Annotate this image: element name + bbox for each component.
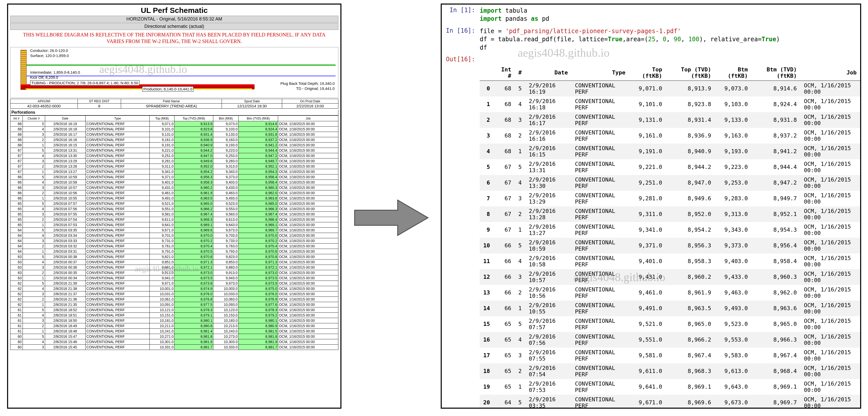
df-cell: OCM, 1/16/2015 00:00	[800, 300, 860, 316]
perf-cell: 1	[23, 276, 45, 281]
df-header-cell: Int #	[494, 65, 515, 81]
lbl-surface: Surface; 120.0-1,859.0	[30, 54, 69, 58]
df-index-cell: 4	[480, 143, 494, 159]
df-cell: 68	[494, 143, 515, 159]
df-cell: 66	[494, 269, 515, 285]
df-cell: 8,966.3	[751, 332, 800, 348]
df-cell: 2/9/2016 10:58	[525, 253, 571, 269]
perf-cell: 61	[10, 313, 23, 318]
perf-row: 6042/8/2016 15:46CONVENTIONAL PERF10,301…	[10, 339, 338, 345]
perf-cell: 8,914.6	[239, 121, 278, 127]
perf-cell: 9,883.0	[213, 265, 239, 270]
perf-row: 6152/8/2016 18:52CONVENTIONAL PERF10,121…	[10, 308, 338, 313]
df-index-cell: 2	[480, 112, 494, 128]
nb-cell-1: In [1]: import tabula import pandas as p…	[442, 5, 860, 25]
perf-cell: CONVENTIONAL PERF	[86, 153, 150, 159]
perf-cell: 9,431.0	[150, 185, 175, 190]
perf-row: 6232/8/2016 21:37CONVENTIONAL PERF10,031…	[10, 291, 338, 297]
df-cell: 9,373.0	[715, 238, 751, 253]
nb-code-1[interactable]: import tabula import pandas as pd	[480, 7, 549, 23]
perf-cell: 10,063.0	[213, 297, 239, 302]
perf-cell: 8,972.1	[175, 265, 213, 270]
perf-cell: OCM, 1/16/2015 00:00	[278, 259, 338, 265]
perf-cell: 10,093.0	[213, 302, 239, 308]
perf-cell: 66	[10, 180, 23, 185]
perf-cell: CONVENTIONAL PERF	[86, 127, 150, 132]
perf-cell: 2/8/2016 15:45	[45, 345, 86, 350]
perf-row: 6332/9/2016 00:36CONVENTIONAL PERF9,881.…	[10, 265, 338, 270]
perf-cell: 67	[10, 153, 23, 159]
df-cell: 9,611.0	[629, 363, 665, 379]
df-cell: 8,952.1	[751, 206, 800, 222]
lbl-conductor: Conductor; 26.0-120.0	[30, 49, 68, 53]
df-cell: 9,131.0	[629, 112, 665, 128]
perf-cell: 9,941.0	[150, 276, 175, 281]
perf-cell: CONVENTIONAL PERF	[86, 164, 150, 169]
perf-cell: 8,970.2	[239, 238, 278, 244]
perf-cell: 9,193.0	[213, 142, 239, 148]
perf-cell: CONVENTIONAL PERF	[86, 206, 150, 212]
df-header-cell: Job	[800, 65, 860, 81]
perf-cell: CONVENTIONAL PERF	[86, 185, 150, 190]
perf-row: 6512/9/2016 07:53CONVENTIONAL PERF9,641.…	[10, 222, 338, 228]
perf-cell: 2/9/2016 16:16	[45, 137, 86, 142]
df-cell: 67	[494, 191, 515, 206]
perf-cell: 1	[23, 249, 45, 254]
perf-cell: 8,969.7	[239, 228, 278, 233]
perf-cell: 8,978.3	[239, 308, 278, 313]
perf-cell: 2/9/2016 07:57	[45, 201, 86, 206]
perf-cell: CONVENTIONAL PERF	[86, 228, 150, 233]
perf-cell: OCM, 1/16/2015 00:00	[278, 281, 338, 286]
df-index-cell: 13	[480, 285, 494, 300]
lbl-td: TD - Original; 19,441.0	[296, 86, 335, 91]
perf-cell: 1	[23, 196, 45, 201]
nb-code-16[interactable]: file = 'pdf_parsing/lattice-pioneer-surv…	[480, 27, 780, 52]
df-row: 206452/9/2016 03:35CONVENTIONAL PERF9,67…	[480, 395, 860, 409]
df-cell: 4	[515, 175, 525, 191]
perf-cell: 8,949.7	[239, 159, 278, 164]
perf-cell: 3	[23, 185, 45, 190]
df-cell: OCM, 1/16/2015 00:00	[800, 128, 860, 143]
df-cell: 8,960.2	[665, 269, 714, 285]
perf-cell: 9,253.0	[213, 153, 239, 159]
perf-cell: 64	[10, 249, 23, 254]
df-cell: 8,931.4	[665, 112, 714, 128]
df-cell: 8,965.0	[665, 316, 714, 332]
perf-cell: 8,965.0	[175, 201, 213, 206]
perf-cell: 2/9/2016 00:34	[45, 276, 86, 281]
perf-cell: 62	[10, 291, 23, 297]
perf-cell: 9,161.0	[150, 137, 175, 142]
df-row: 26832/9/2016 16:17CONVENTIONAL PERF9,131…	[480, 112, 860, 128]
perf-cell: 1	[23, 329, 45, 334]
perf-cell: 9,101.0	[150, 127, 175, 132]
perf-cell: CONVENTIONAL PERF	[86, 323, 150, 329]
df-cell: 8,931.8	[751, 112, 800, 128]
df-cell: 9,313.0	[715, 206, 751, 222]
df-cell: CONVENTIONAL PERF	[571, 81, 629, 96]
df-cell: 8,961.9	[665, 285, 714, 300]
perf-row: 6832/9/2016 16:17CONVENTIONAL PERF9,131.…	[10, 132, 338, 137]
perf-cell: 62	[10, 281, 23, 286]
df-cell: CONVENTIONAL PERF	[571, 222, 629, 238]
perf-cell: 9,733.0	[213, 238, 239, 244]
df-cell: 8,947.2	[751, 175, 800, 191]
df-cell: 3	[515, 112, 525, 128]
perf-header-cell: Top (TVD) (ftKB)	[175, 116, 213, 121]
perf-cell: 9,163.0	[213, 137, 239, 142]
df-cell: 67	[494, 175, 515, 191]
perf-cell: 9,641.0	[150, 222, 175, 228]
perf-cell: 8,923.8	[175, 127, 213, 132]
perf-cell: OCM, 1/16/2015 00:00	[278, 276, 338, 281]
perf-cell: 8,977.5	[175, 302, 213, 308]
perf-cell: CONVENTIONAL PERF	[86, 148, 150, 153]
perf-cell: 9,971.0	[150, 281, 175, 286]
perf-cell: 66	[10, 174, 23, 180]
perf-cell: 10,213.0	[213, 323, 239, 329]
perf-cell: CONVENTIONAL PERF	[86, 291, 150, 297]
df-index-cell: 17	[480, 348, 494, 363]
perf-cell: 10,001.0	[150, 286, 175, 291]
perf-cell: 9,403.0	[213, 180, 239, 185]
source-document-panel: UL Perf Schematic HORIZONTAL - Original,…	[7, 4, 341, 409]
df-cell: 8,924.4	[751, 96, 800, 112]
df-cell: CONVENTIONAL PERF	[571, 128, 629, 143]
